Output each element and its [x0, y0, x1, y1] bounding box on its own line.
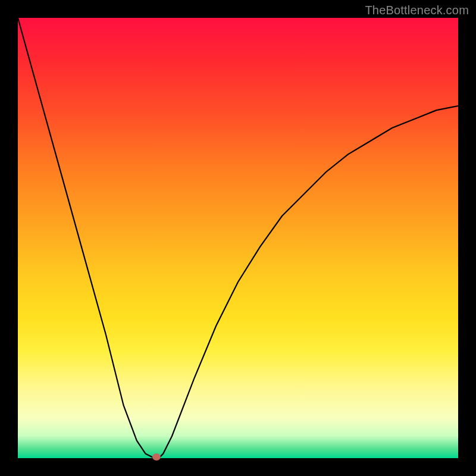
marker-dot	[152, 453, 161, 461]
bottleneck-curve	[18, 18, 458, 458]
attribution-label: TheBottleneck.com	[365, 4, 469, 17]
chart-frame: TheBottleneck.com	[0, 0, 476, 476]
plot-area	[18, 18, 458, 458]
